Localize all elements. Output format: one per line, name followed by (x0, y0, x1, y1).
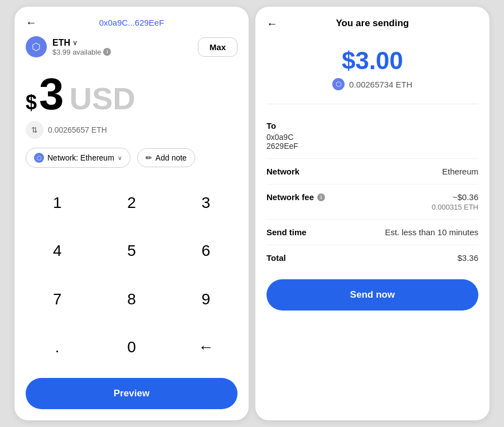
send-time-label: Send time (266, 227, 307, 237)
numpad-key-8[interactable]: 8 (94, 275, 168, 323)
network-detail-value: Ethereum (442, 167, 478, 176)
right-header: ← You are sending (255, 18, 490, 38)
numpad-key-4[interactable]: 4 (20, 227, 94, 275)
token-row: ⬡ ETH ∨ $3.99 available i Max (14, 36, 249, 66)
network-detail: Network Ethereum (266, 159, 478, 185)
send-now-button[interactable]: Send now (266, 279, 478, 310)
fee-detail-value: ~$0.36 0.000315 ETH (432, 192, 478, 211)
numpad-key-backspace[interactable]: ← (169, 323, 243, 371)
numpad-key-3[interactable]: 3 (169, 179, 243, 227)
currency-label: USD (70, 80, 135, 117)
send-time-value: Est. less than 10 minutes (385, 227, 478, 237)
to-label: To (266, 121, 478, 130)
network-detail-label: Network (266, 167, 299, 176)
numpad-key-7[interactable]: 7 (20, 275, 94, 323)
sending-eth-icon: ⬡ (332, 78, 345, 90)
dollar-sign: $ (26, 91, 37, 114)
token-available: $3.99 available i (52, 48, 111, 56)
token-details: ETH ∨ $3.99 available i (52, 38, 111, 56)
send-time-detail: Send time Est. less than 10 minutes (266, 220, 478, 245)
swap-icon[interactable]: ⇅ (26, 121, 43, 139)
to-address-line1: 0x0a9C (266, 133, 478, 142)
numpad-key-2[interactable]: 2 (94, 179, 168, 227)
fee-detail: Network fee i ~$0.36 0.000315 ETH (266, 185, 478, 220)
chevron-down-icon: ∨ (72, 39, 77, 47)
left-header: ← 0x0a9C...629EeF (14, 18, 249, 36)
to-detail: To 0x0a9C 2629EeF (266, 113, 478, 159)
network-label: Network: Ethereum (47, 153, 114, 162)
send-screen: ← 0x0a9C...629EeF ⬡ ETH ∨ $3.99 availabl… (14, 7, 249, 420)
network-eth-icon: ⬡ (34, 153, 44, 163)
sending-usd-amount: $3.00 (266, 47, 478, 75)
total-label: Total (266, 253, 286, 263)
fee-info-icon[interactable]: i (317, 193, 325, 201)
max-button[interactable]: Max (198, 37, 238, 57)
controls-row: ⬡ Network: Ethereum ∨ ✏ Add note (14, 148, 249, 179)
preview-button[interactable]: Preview (26, 378, 238, 409)
wallet-address[interactable]: 0x0a9C...629EeF (99, 18, 164, 27)
eth-equiv-row: ⇅ 0.00265657 ETH (14, 121, 249, 148)
amount-number: 3 (39, 72, 64, 117)
total-detail: Total $3.36 (266, 245, 478, 270)
eth-equiv-text: 0.00265657 ETH (48, 125, 107, 134)
back-button-left[interactable]: ← (26, 16, 37, 29)
numpad-key-5[interactable]: 5 (94, 227, 168, 275)
fee-detail-label: Network fee i (266, 192, 325, 202)
token-name-label: ETH (52, 38, 70, 48)
divider (266, 104, 478, 104)
numpad-key-1[interactable]: 1 (20, 179, 94, 227)
add-note-label: Add note (156, 153, 187, 162)
numpad-key-9[interactable]: 9 (169, 275, 243, 323)
numpad-key-6[interactable]: 6 (169, 227, 243, 275)
fee-label-text: Network fee (266, 192, 314, 202)
pencil-icon: ✏ (146, 153, 152, 162)
confirm-screen: ← You are sending $3.00 ⬡ 0.00265734 ETH… (255, 7, 490, 420)
eth-logo-icon: ⬡ (26, 36, 47, 57)
detail-section: To 0x0a9C 2629EeF Network Ethereum Netwo… (255, 113, 490, 270)
info-icon[interactable]: i (103, 48, 111, 56)
page-title: You are sending (336, 18, 409, 29)
network-chevron-icon: ∨ (118, 154, 122, 162)
add-note-button[interactable]: ✏ Add note (137, 148, 195, 167)
sending-eth-row: ⬡ 0.00265734 ETH (266, 78, 478, 90)
to-address-line2: 2629EeF (266, 142, 478, 151)
fee-usd: ~$0.36 (432, 192, 478, 202)
network-selector[interactable]: ⬡ Network: Ethereum ∨ (26, 148, 130, 168)
numpad: 1 2 3 4 5 6 7 8 9 . 0 ← (14, 179, 249, 371)
numpad-key-0[interactable]: 0 (94, 323, 168, 371)
token-info: ⬡ ETH ∨ $3.99 available i (26, 36, 111, 57)
sending-eth-amount: 0.00265734 ETH (349, 80, 412, 89)
token-selector[interactable]: ETH ∨ (52, 38, 111, 48)
back-button-right[interactable]: ← (266, 17, 278, 30)
total-value: $3.36 (457, 253, 478, 263)
sending-amount-section: $3.00 ⬡ 0.00265734 ETH (255, 38, 490, 95)
fee-eth: 0.000315 ETH (432, 203, 478, 211)
available-amount: $3.99 available (52, 48, 101, 56)
amount-display: $ 3 USD (14, 66, 249, 121)
numpad-key-dot[interactable]: . (20, 323, 94, 371)
